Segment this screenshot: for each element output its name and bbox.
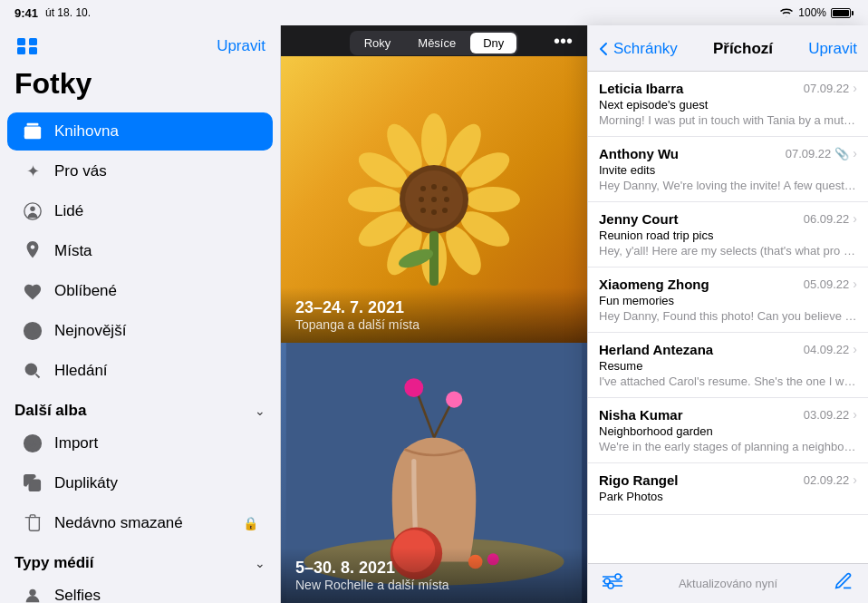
compose-button[interactable] bbox=[834, 571, 854, 596]
sidebar-item-label: Nejnovější bbox=[54, 322, 126, 340]
magnifyingglass-icon bbox=[22, 360, 43, 382]
mail-list: Leticia Ibarra 07.09.22 › Next episode's… bbox=[588, 72, 868, 563]
sidebar-header: Upravit bbox=[0, 33, 280, 63]
section-title: Další alba bbox=[14, 402, 86, 420]
location-icon bbox=[22, 240, 43, 262]
svg-point-41 bbox=[431, 209, 437, 215]
mail-subject: Fun memories bbox=[599, 294, 857, 307]
mail-subject: Park Photos bbox=[599, 490, 857, 503]
sidebar-item-mista[interactable]: Místa bbox=[7, 232, 273, 270]
svg-rect-43 bbox=[429, 231, 439, 286]
svg-point-39 bbox=[444, 197, 449, 202]
sidebar-item-nedavno-smazane[interactable]: Nedávno smazané 🔒 bbox=[7, 504, 273, 542]
battery-icon bbox=[831, 8, 854, 18]
mail-item[interactable]: Nisha Kumar 03.09.22 › Neighborhood gard… bbox=[588, 398, 868, 463]
tab-prichozi[interactable]: Příchozí bbox=[713, 38, 773, 60]
mail-item-top: Leticia Ibarra 07.09.22 › bbox=[599, 81, 857, 96]
mail-date: 04.09.22 › bbox=[804, 342, 857, 356]
time: 9:41 bbox=[14, 6, 38, 20]
mail-item[interactable]: Xiaomeng Zhong 05.09.22 › Fun memories H… bbox=[588, 267, 868, 333]
filter-icon[interactable] bbox=[603, 573, 622, 594]
mail-sender: Leticia Ibarra bbox=[599, 81, 683, 96]
tab-roky[interactable]: Roky bbox=[352, 33, 404, 53]
tab-dny[interactable]: Dny bbox=[470, 33, 516, 53]
mail-subject: Reunion road trip pics bbox=[599, 229, 857, 242]
date: út 18. 10. bbox=[45, 6, 91, 19]
sidebar-item-selfies[interactable]: Selfies bbox=[7, 577, 273, 603]
status-bar: 9:41 út 18. 10. 100% bbox=[0, 0, 868, 25]
sidebar-item-label: Selfies bbox=[54, 587, 101, 603]
mail-item[interactable]: Leticia Ibarra 07.09.22 › Next episode's… bbox=[588, 72, 868, 137]
status-right: 100% bbox=[779, 6, 854, 19]
clock-icon bbox=[22, 320, 43, 342]
mail-date: 02.09.22 › bbox=[804, 472, 857, 487]
mail-item[interactable]: Anthony Wu 07.09.22 📎 › Invite edits Hey… bbox=[588, 137, 868, 202]
mail-preview: Hey Danny, We're loving the invite! A fe… bbox=[599, 179, 857, 192]
svg-point-42 bbox=[442, 208, 448, 213]
sidebar-item-knihovna[interactable]: Knihovna bbox=[7, 112, 273, 151]
mail-subject: Next episode's guest bbox=[599, 98, 857, 112]
sidebar-edit-button[interactable]: Upravit bbox=[217, 37, 265, 55]
sidebar-item-oblibene[interactable]: Oblíbené bbox=[7, 272, 273, 310]
svg-point-50 bbox=[404, 378, 423, 397]
svg-point-20 bbox=[421, 113, 447, 168]
sidebar-item-pro-vas[interactable]: ✦ Pro vás bbox=[7, 152, 273, 190]
photo-block-1-overlay: 23–24. 7. 2021 Topanga a další místa bbox=[281, 287, 587, 343]
photo-block-1[interactable]: 23–24. 7. 2021 Topanga a další místa bbox=[281, 56, 587, 343]
mail-preview: I've attached Carol's resume. She's the … bbox=[599, 374, 857, 388]
mail-item-top: Jenny Court 06.09.22 › bbox=[599, 211, 857, 227]
sidebar: Upravit Fotky Knihovna ✦ Pro vás bbox=[0, 25, 281, 603]
sidebar-item-lide[interactable]: Lidé bbox=[7, 192, 273, 230]
attachment-icon: 📎 bbox=[834, 147, 849, 160]
svg-rect-5 bbox=[27, 123, 39, 126]
photo-date-2: 5–30. 8. 2021 bbox=[295, 559, 573, 578]
svg-rect-2 bbox=[17, 47, 25, 54]
mail-panel: Schránky Příchozí Upravit Leticia Ibarra… bbox=[587, 25, 868, 603]
sparkles-icon: ✦ bbox=[22, 160, 43, 182]
duplicate-icon bbox=[22, 472, 43, 494]
mail-preview: Morning! I was put in touch with Tania b… bbox=[599, 113, 857, 127]
sidebar-item-label: Duplikáty bbox=[54, 474, 118, 492]
sidebar-item-duplikaty[interactable]: Duplikáty bbox=[7, 464, 273, 502]
svg-rect-3 bbox=[29, 47, 37, 54]
mail-sender: Nisha Kumar bbox=[599, 407, 683, 423]
svg-rect-1 bbox=[29, 38, 37, 45]
more-icon[interactable]: ••• bbox=[554, 31, 573, 52]
sidebar-item-nejnovejsi[interactable]: Nejnovější bbox=[7, 312, 273, 350]
mail-item-top: Nisha Kumar 03.09.22 › bbox=[599, 407, 857, 423]
chevron-down-icon: ⌄ bbox=[255, 404, 265, 418]
photo-block-2[interactable]: 5–30. 8. 2021 New Rochelle a další místa bbox=[281, 343, 587, 603]
svg-rect-4 bbox=[24, 127, 41, 140]
mail-sender: Herland Antezana bbox=[599, 342, 713, 357]
sidebar-item-label: Knihovna bbox=[54, 122, 119, 141]
mail-back-label: Schránky bbox=[613, 40, 678, 58]
mail-back-button[interactable]: Schránky bbox=[599, 40, 678, 58]
mail-edit-button[interactable]: Upravit bbox=[808, 40, 857, 58]
sidebar-title: Fotky bbox=[0, 63, 280, 112]
mail-sender: Rigo Rangel bbox=[599, 472, 679, 488]
grid-icon[interactable] bbox=[14, 36, 40, 56]
mail-subject: Neighborhood garden bbox=[599, 424, 857, 438]
dalsi-alba-section-header[interactable]: Další alba ⌄ bbox=[0, 391, 280, 423]
sidebar-item-label: Oblíbené bbox=[54, 282, 117, 300]
sidebar-item-label: Místa bbox=[54, 242, 92, 260]
photo-location-2: New Rochelle a další místa bbox=[295, 578, 573, 592]
svg-point-29 bbox=[348, 187, 402, 212]
svg-point-38 bbox=[431, 197, 437, 202]
mail-tabs: Příchozí bbox=[681, 38, 805, 60]
app-layout: Upravit Fotky Knihovna ✦ Pro vás bbox=[0, 0, 868, 603]
mail-item[interactable]: Herland Antezana 04.09.22 › Resume I've … bbox=[588, 333, 868, 398]
mail-item[interactable]: Rigo Rangel 02.09.22 › Park Photos bbox=[588, 463, 868, 515]
typy-medii-section-header[interactable]: Typy médií ⌄ bbox=[0, 543, 280, 576]
sidebar-item-import[interactable]: Import bbox=[7, 424, 273, 462]
sidebar-item-label: Nedávno smazané bbox=[54, 514, 183, 532]
mail-header: Schránky Příchozí Upravit bbox=[588, 25, 868, 72]
tab-mesice[interactable]: Měsíce bbox=[405, 33, 468, 53]
mail-item[interactable]: Jenny Court 06.09.22 › Reunion road trip… bbox=[588, 202, 868, 267]
mail-date: 03.09.22 › bbox=[804, 407, 857, 422]
svg-point-52 bbox=[446, 391, 462, 407]
sidebar-item-label: Lidé bbox=[54, 202, 83, 220]
photo-area: Roky Měsíce Dny ••• bbox=[281, 25, 587, 603]
sidebar-item-hledani[interactable]: Hledání bbox=[7, 352, 273, 390]
photo-library-icon bbox=[22, 121, 43, 142]
